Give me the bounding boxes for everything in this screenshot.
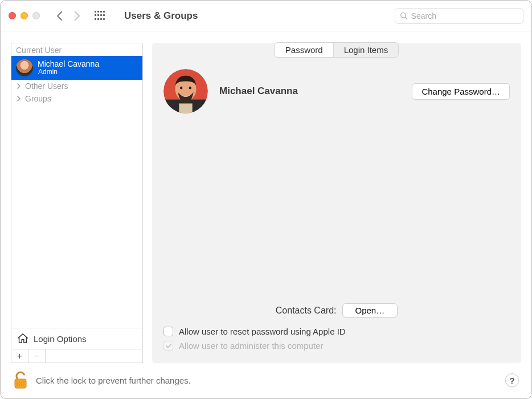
titlebar: Users & Groups xyxy=(1,1,531,31)
window-title: Users & Groups xyxy=(124,10,198,22)
svg-rect-8 xyxy=(15,379,26,388)
search-icon xyxy=(400,11,408,20)
close-window-button[interactable] xyxy=(9,12,16,19)
sidebar: Current User Michael Cavanna Admin Other… xyxy=(11,43,143,363)
sidebar-item-current-user[interactable]: Michael Cavanna Admin xyxy=(11,56,142,80)
footer: Click the lock to prevent further change… xyxy=(11,363,521,392)
svg-point-7 xyxy=(189,87,191,89)
search-field[interactable] xyxy=(395,8,523,24)
user-list: Current User Michael Cavanna Admin Other… xyxy=(11,43,143,349)
tab-password[interactable]: Password xyxy=(275,43,334,57)
checkbox-row-administer: Allow user to administer this computer xyxy=(163,339,510,353)
chevron-right-icon xyxy=(16,83,22,89)
checkbox-label-reset-appleid: Allow user to reset password using Apple… xyxy=(179,327,346,336)
checkbox-label-administer: Allow user to administer this computer xyxy=(179,341,323,351)
avatar-large[interactable] xyxy=(163,69,208,113)
main-panel: Password Login Items xyxy=(152,43,521,363)
checkbox-row-reset-appleid[interactable]: Allow user to reset password using Apple… xyxy=(163,324,510,339)
add-user-button[interactable]: + xyxy=(11,349,28,363)
traffic-lights xyxy=(9,12,40,19)
search-input[interactable] xyxy=(411,11,518,21)
checkbox-checked-icon xyxy=(163,341,173,351)
login-options-label: Login Options xyxy=(34,334,87,344)
zoom-window-button[interactable] xyxy=(32,12,40,19)
sidebar-user-name: Michael Cavanna xyxy=(38,60,99,68)
svg-line-1 xyxy=(405,17,407,19)
house-icon xyxy=(17,332,29,345)
contacts-card-label: Contacts Card: xyxy=(276,306,337,316)
back-button[interactable] xyxy=(56,11,63,21)
open-contacts-button[interactable]: Open… xyxy=(342,303,398,317)
sidebar-item-login-options[interactable]: Login Options xyxy=(11,328,142,349)
tab-bar: Password Login Items xyxy=(275,42,399,58)
lock-button[interactable] xyxy=(13,371,28,389)
forward-button[interactable] xyxy=(74,11,81,21)
remove-user-button[interactable]: − xyxy=(28,349,46,363)
chevron-right-icon xyxy=(16,96,22,101)
tab-login-items[interactable]: Login Items xyxy=(334,43,399,57)
sidebar-item-other-users[interactable]: Other Users xyxy=(11,80,142,92)
nav-arrows xyxy=(56,11,81,21)
profile-name: Michael Cavanna xyxy=(219,85,298,97)
sidebar-groups-label: Groups xyxy=(25,94,51,103)
prefs-window: Users & Groups Current User Michael Cava… xyxy=(0,0,532,399)
minimize-window-button[interactable] xyxy=(21,12,28,19)
help-button[interactable]: ? xyxy=(505,373,519,387)
show-all-prefs-button[interactable] xyxy=(95,11,105,21)
sidebar-user-role: Admin xyxy=(38,68,99,76)
current-user-header: Current User xyxy=(11,43,142,56)
add-remove-bar: + − xyxy=(11,349,143,363)
lock-hint-text: Click the lock to prevent further change… xyxy=(36,376,191,385)
sidebar-other-users-label: Other Users xyxy=(25,82,68,91)
change-password-button[interactable]: Change Password… xyxy=(412,83,510,100)
sidebar-item-groups[interactable]: Groups xyxy=(11,92,142,105)
checkbox-unchecked-icon xyxy=(163,327,173,336)
avatar-small xyxy=(16,59,33,76)
svg-point-6 xyxy=(180,87,182,89)
